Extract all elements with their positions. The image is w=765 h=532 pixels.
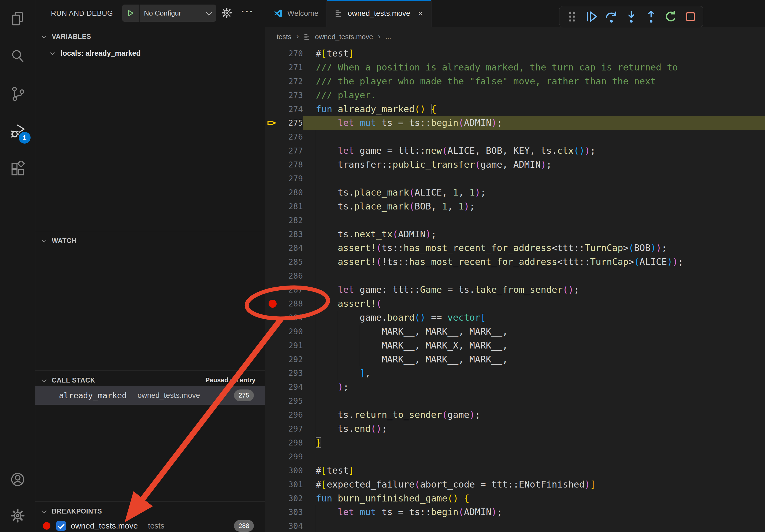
tab-owned-tests[interactable]: owned_tests.move × — [327, 0, 431, 27]
gutter-margin[interactable] — [265, 408, 285, 422]
code-editor[interactable]: 270#[test]271/// When a position is alre… — [265, 47, 765, 532]
code-text[interactable]: let game = ttt::new(ALICE, BOB, KEY, ts.… — [303, 144, 765, 158]
breadcrumb-file[interactable]: owned_tests.move — [315, 33, 373, 41]
code-text[interactable]: } — [303, 436, 765, 450]
close-icon[interactable]: × — [418, 8, 423, 19]
code-text[interactable]: /// When a position is already marked, t… — [303, 61, 765, 75]
breakpoints-section-header[interactable]: BREAKPOINTS — [35, 504, 265, 518]
gutter-margin[interactable] — [265, 144, 285, 158]
code-text[interactable]: ts.return_to_sender(game); — [303, 408, 765, 422]
activity-extensions[interactable] — [0, 150, 35, 187]
gutter-margin[interactable] — [265, 478, 285, 492]
code-text[interactable] — [303, 394, 765, 408]
code-text[interactable]: transfer::public_transfer(game, ADMIN); — [303, 158, 765, 172]
code-text[interactable]: /// the player who made the "false" move… — [303, 75, 765, 89]
code-text[interactable]: MARK__, MARK_X, MARK__, — [303, 339, 765, 353]
gutter-margin[interactable] — [265, 353, 285, 367]
call-stack-section-header[interactable]: CALL STACK Paused on entry — [35, 373, 265, 387]
drag-handle[interactable] — [563, 8, 581, 25]
watch-section-header[interactable]: WATCH — [35, 234, 265, 247]
code-text[interactable]: MARK__, MARK__, MARK__, — [303, 325, 765, 339]
gutter-margin[interactable] — [265, 199, 285, 213]
activity-run-and-debug[interactable]: 1 — [0, 113, 35, 150]
gutter-margin[interactable] — [265, 464, 285, 478]
gutter-margin[interactable] — [265, 47, 285, 61]
tab-welcome[interactable]: Welcome — [265, 0, 327, 27]
restart-button[interactable] — [662, 8, 679, 25]
code-text[interactable]: fun already_marked() { — [303, 102, 765, 116]
code-text[interactable]: ts.end(); — [303, 422, 765, 436]
gutter-margin[interactable] — [265, 422, 285, 436]
code-text[interactable]: ts.place_mark(BOB, 1, 1); — [303, 199, 765, 213]
gutter-margin[interactable] — [265, 283, 285, 297]
breakpoint-list-item[interactable]: owned_tests.move tests 288 — [35, 519, 265, 532]
gutter-margin[interactable] — [265, 311, 285, 325]
stop-button[interactable] — [682, 8, 699, 25]
breadcrumb-symbol[interactable]: ... — [385, 33, 391, 41]
gutter-margin[interactable] — [265, 380, 285, 394]
gutter-margin[interactable] — [265, 61, 285, 75]
gutter-margin[interactable] — [265, 436, 285, 450]
code-text[interactable]: let game: ttt::Game = ts.take_from_sende… — [303, 283, 765, 297]
gutter-margin[interactable] — [265, 394, 285, 408]
start-debug-button[interactable] — [122, 5, 140, 22]
code-text[interactable]: game.board() == vector[ — [303, 311, 765, 325]
call-stack-frame-row[interactable]: already_marked owned_tests.move 275 — [35, 386, 265, 405]
breakpoint-dot-icon[interactable] — [269, 300, 277, 308]
code-text[interactable] — [303, 172, 765, 186]
gutter-margin[interactable] — [265, 339, 285, 353]
gutter-margin[interactable] — [265, 213, 285, 227]
gutter-margin[interactable] — [265, 186, 285, 199]
gutter-margin[interactable] — [265, 158, 285, 172]
more-actions-button[interactable]: ··· — [241, 6, 254, 17]
code-text[interactable]: MARK__, MARK__, MARK__, — [303, 353, 765, 367]
gutter-margin[interactable] — [265, 172, 285, 186]
gutter-margin[interactable] — [265, 102, 285, 116]
code-text[interactable]: ); — [303, 380, 765, 394]
code-text[interactable] — [303, 213, 765, 227]
gutter-margin[interactable] — [265, 241, 285, 255]
code-text[interactable]: let mut ts = ts::begin(ADMIN); — [303, 505, 765, 519]
code-text[interactable]: /// player. — [303, 89, 765, 102]
code-text[interactable]: #[test] — [303, 47, 765, 61]
activity-source-control[interactable] — [0, 75, 35, 113]
activity-explorer[interactable] — [0, 0, 35, 38]
code-text[interactable]: #[test] — [303, 464, 765, 478]
code-text[interactable]: assert!( — [303, 297, 765, 311]
breadcrumb-folder[interactable]: tests — [277, 33, 291, 41]
variables-scope-row[interactable]: locals: already_marked — [35, 46, 265, 61]
step-into-button[interactable] — [623, 8, 640, 25]
gutter-margin[interactable] — [265, 255, 285, 269]
debug-settings-button[interactable] — [221, 7, 233, 20]
activity-search[interactable] — [0, 38, 35, 75]
code-text[interactable]: ], — [303, 366, 765, 380]
code-text[interactable]: assert!(!ts::has_most_recent_for_address… — [303, 255, 765, 269]
gutter-margin[interactable] — [265, 505, 285, 519]
code-text[interactable] — [303, 269, 765, 283]
step-over-button[interactable] — [603, 8, 620, 25]
gutter-margin[interactable] — [265, 519, 285, 532]
code-text[interactable]: fun burn_unfinished_game() { — [303, 492, 765, 505]
gutter-margin[interactable] — [265, 450, 285, 464]
activity-accounts[interactable] — [0, 461, 35, 498]
variables-section-header[interactable]: VARIABLES — [35, 30, 265, 43]
gutter-margin[interactable] — [265, 89, 285, 102]
gutter-margin[interactable] — [265, 366, 285, 380]
gutter-margin[interactable] — [265, 130, 285, 144]
code-text[interactable]: ts.next_tx(ADMIN); — [303, 227, 765, 241]
gutter-margin[interactable] — [265, 492, 285, 505]
code-text[interactable]: #[expected_failure(abort_code = ttt::ENo… — [303, 478, 765, 492]
gutter-margin[interactable] — [265, 269, 285, 283]
breakpoint-checkbox[interactable] — [56, 521, 66, 531]
code-text[interactable]: assert!(ts::has_most_recent_for_address<… — [303, 241, 765, 255]
continue-button[interactable] — [583, 8, 600, 25]
code-text[interactable] — [303, 450, 765, 464]
activity-settings[interactable] — [0, 497, 35, 532]
gutter-margin[interactable] — [265, 227, 285, 241]
debug-config-dropdown[interactable]: No Configur — [122, 5, 216, 22]
gutter-margin[interactable] — [265, 325, 285, 339]
code-text[interactable] — [303, 130, 765, 144]
gutter-margin[interactable] — [265, 75, 285, 89]
code-text[interactable] — [303, 519, 765, 532]
gutter-margin[interactable] — [265, 297, 285, 311]
